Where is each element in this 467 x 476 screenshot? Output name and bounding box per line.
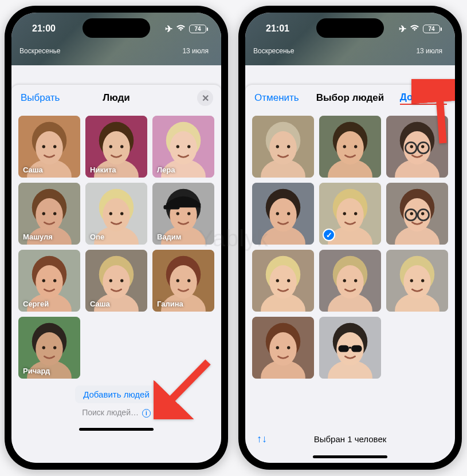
selected-check-icon: ✓ — [323, 229, 335, 241]
svg-point-48 — [42, 279, 45, 282]
person-tile[interactable]: Ричард — [18, 317, 80, 379]
sort-icon[interactable]: ↑↓ — [257, 433, 267, 445]
person-name: Вадим — [157, 233, 181, 241]
phone-left: Воскресенье 13 июля 21:00 ✈︎ 74 Выбрать … — [5, 6, 228, 470]
svg-point-62 — [176, 279, 179, 282]
nav-title: Выбор людей — [316, 92, 384, 104]
face-tile[interactable] — [252, 116, 314, 178]
svg-point-13 — [120, 145, 123, 148]
svg-rect-155 — [338, 345, 348, 352]
person-tile[interactable]: Машуля — [18, 183, 80, 245]
svg-point-78 — [287, 145, 290, 148]
airplane-icon: ✈︎ — [399, 23, 406, 34]
person-tile[interactable]: Сергей — [18, 250, 80, 312]
svg-point-27 — [53, 212, 56, 215]
svg-point-85 — [354, 145, 357, 148]
person-name: Лера — [157, 166, 175, 174]
face-tile[interactable] — [319, 250, 381, 312]
nav-bar: Отменить Выбор людей Добавить — [245, 85, 455, 111]
svg-point-140 — [421, 279, 424, 282]
person-name: Саша — [90, 300, 110, 308]
people-grid: Саша Никита Лера — [11, 111, 221, 383]
airplane-icon: ✈︎ — [165, 23, 172, 34]
person-tile[interactable]: Галина — [152, 250, 214, 312]
battery-level: 74 — [194, 26, 201, 32]
bottom-bar: ↑↓ Выбран 1 человек — [245, 426, 455, 452]
add-people-row: Добавить людей — [11, 383, 221, 408]
person-tile[interactable]: Вадим — [152, 183, 214, 245]
face-tile[interactable] — [319, 317, 381, 379]
battery-icon: 74 — [423, 25, 440, 33]
svg-point-49 — [53, 279, 56, 282]
svg-point-12 — [109, 145, 112, 148]
home-indicator — [313, 455, 387, 458]
battery-icon: 74 — [189, 25, 206, 33]
face-tile[interactable] — [252, 250, 314, 312]
person-tile[interactable]: Лера — [152, 116, 214, 178]
add-button[interactable]: Добавить — [400, 92, 447, 105]
svg-point-70 — [53, 346, 56, 349]
svg-point-147 — [287, 346, 290, 349]
bg-day-label: Воскресенье — [253, 47, 295, 55]
face-tile[interactable] — [319, 116, 381, 178]
svg-point-6 — [53, 145, 56, 148]
svg-point-91 — [410, 145, 413, 148]
add-people-button[interactable]: Добавить людей — [75, 385, 158, 403]
info-icon[interactable]: i — [142, 409, 151, 418]
svg-point-109 — [354, 212, 357, 215]
person-tile[interactable]: Никита — [85, 116, 147, 178]
svg-point-108 — [343, 212, 346, 215]
select-button[interactable]: Выбрать — [21, 92, 60, 104]
svg-point-146 — [276, 346, 279, 349]
nav-bar: Выбрать Люди ✕ — [11, 85, 221, 111]
person-tile[interactable]: Саша — [18, 116, 80, 178]
svg-point-42 — [187, 212, 190, 215]
selection-count: Выбран 1 человек — [314, 434, 387, 444]
svg-point-77 — [276, 145, 279, 148]
svg-rect-40 — [163, 205, 179, 210]
face-tile[interactable]: ✓ — [319, 183, 381, 245]
bg-date-label: 13 июля — [182, 47, 209, 55]
screen: Воскресенье 13 июля 21:00 ✈︎ 74 Выбрать … — [11, 13, 221, 463]
person-name: Ричард — [23, 367, 50, 375]
svg-point-116 — [421, 212, 424, 215]
svg-point-19 — [176, 145, 179, 148]
svg-point-20 — [187, 145, 190, 148]
svg-point-132 — [343, 279, 346, 282]
home-indicator — [79, 428, 154, 431]
svg-point-115 — [410, 212, 413, 215]
close-button[interactable]: ✕ — [197, 90, 213, 106]
svg-point-69 — [42, 346, 45, 349]
svg-point-26 — [42, 212, 45, 215]
dynamic-island — [316, 18, 384, 38]
face-tile[interactable] — [252, 183, 314, 245]
person-name: Саша — [23, 166, 43, 174]
nav-title: Люди — [103, 92, 129, 104]
person-name: One — [90, 233, 104, 241]
svg-point-41 — [176, 212, 179, 215]
person-name: Никита — [90, 166, 116, 174]
svg-point-101 — [276, 212, 279, 215]
search-people-row[interactable]: Поиск людей… i — [11, 408, 221, 424]
person-name: Галина — [157, 300, 183, 308]
face-tile[interactable] — [386, 250, 448, 312]
svg-point-102 — [287, 212, 290, 215]
face-tile[interactable] — [386, 183, 448, 245]
people-sheet: Выбрать Люди ✕ Саша Н — [11, 85, 221, 463]
svg-point-56 — [120, 279, 123, 282]
face-tile[interactable] — [252, 317, 314, 379]
bg-day-label: Воскресенье — [19, 47, 61, 55]
person-tile[interactable]: Саша — [85, 250, 147, 312]
face-tile[interactable] — [386, 116, 448, 178]
svg-point-92 — [421, 145, 424, 148]
nav-right: Добавить — [400, 92, 447, 105]
svg-point-63 — [187, 279, 190, 282]
svg-rect-156 — [351, 345, 362, 352]
person-name: Сергей — [23, 300, 49, 308]
phone-right: Воскресенье 13 июля 21:01 ✈︎ 74 Отменить… — [238, 6, 462, 470]
person-tile[interactable]: One — [85, 183, 147, 245]
person-name: Машуля — [23, 233, 53, 241]
status-time: 21:01 — [266, 23, 289, 34]
cancel-button[interactable]: Отменить — [254, 92, 299, 104]
svg-point-33 — [109, 212, 112, 215]
